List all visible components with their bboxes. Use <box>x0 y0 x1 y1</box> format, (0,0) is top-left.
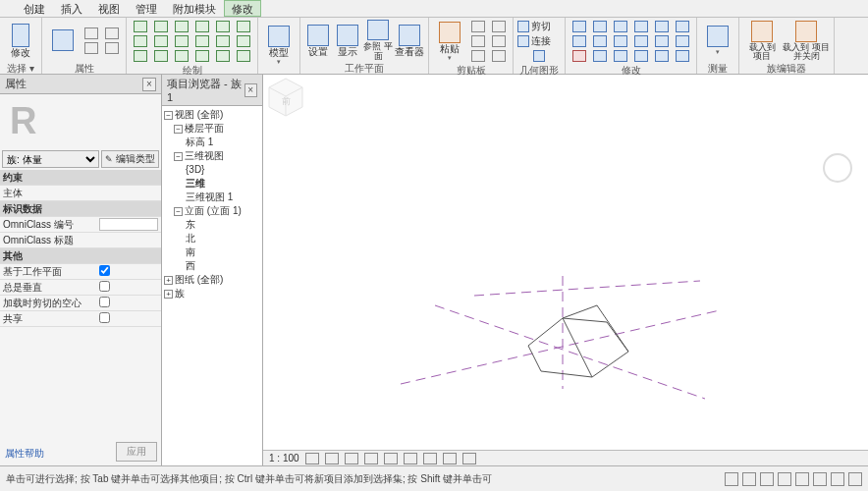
menu-manage[interactable]: 管理 <box>128 0 165 17</box>
modify-button[interactable]: 修改 <box>4 20 37 61</box>
tree-toggle[interactable]: − <box>174 152 183 161</box>
browser-close-button[interactable]: × <box>244 83 258 97</box>
cb-s6[interactable] <box>489 49 509 63</box>
cb-s1[interactable] <box>468 20 488 33</box>
prop-small-2[interactable] <box>102 27 122 40</box>
cut-geo-button[interactable]: 剪切 <box>517 20 561 33</box>
apply-button[interactable]: 应用 <box>116 442 157 462</box>
draw-c6[interactable] <box>234 49 253 63</box>
menu-modify[interactable]: 修改 <box>224 0 261 17</box>
prop-host[interactable]: 主体 <box>0 186 161 201</box>
draw-arc2[interactable] <box>234 20 253 33</box>
set-wp-button[interactable]: 设置 <box>304 20 332 61</box>
mod-e[interactable] <box>590 49 610 63</box>
edit-type-button[interactable]: ✎ 编辑类型 <box>101 150 159 168</box>
draw-c4[interactable] <box>192 49 212 63</box>
draw-a1[interactable] <box>131 34 150 48</box>
floorplans-node[interactable]: 楼层平面 <box>185 123 224 134</box>
show-wp-button[interactable]: 显示 <box>334 20 361 61</box>
mod-2[interactable] <box>590 20 610 33</box>
elev-north[interactable]: 北 <box>186 233 195 244</box>
mod-3[interactable] <box>611 20 630 33</box>
draw-a5[interactable] <box>213 34 233 48</box>
tree-toggle[interactable]: − <box>164 111 173 120</box>
cb-workplane[interactable] <box>99 265 110 276</box>
draw-a6[interactable] <box>234 34 253 48</box>
prop-shared[interactable]: 共享 <box>0 311 161 327</box>
paste-button[interactable]: 粘贴▾ <box>433 21 466 62</box>
select-underlay-icon[interactable] <box>778 472 791 486</box>
model-button[interactable]: 模型▾ <box>262 26 296 67</box>
draw-a2[interactable] <box>151 34 171 48</box>
draw-c3[interactable] <box>172 49 191 63</box>
cb-s2[interactable] <box>489 20 509 33</box>
omniclass-input[interactable] <box>99 218 158 231</box>
prop-cut-voids[interactable]: 加载时剪切的空心 <box>0 296 161 311</box>
menu-view[interactable]: 视图 <box>90 0 128 17</box>
elev-east[interactable]: 东 <box>186 219 195 230</box>
draw-line[interactable] <box>131 20 150 33</box>
3d-active-node[interactable]: 三维 <box>186 178 205 189</box>
prop-workplane-based[interactable]: 基于工作平面 <box>0 264 161 280</box>
measure-button[interactable]: ▾ <box>701 20 734 61</box>
nav-wheel[interactable] <box>823 153 852 183</box>
draw-a4[interactable] <box>192 34 212 48</box>
prop-always-vertical[interactable]: 总是垂直 <box>0 280 161 296</box>
detail-level-icon[interactable] <box>305 453 319 464</box>
mod-1[interactable] <box>570 20 589 33</box>
cb-s5[interactable] <box>468 49 488 63</box>
load-close-button[interactable]: 载入到 项目并关闭 <box>783 20 830 61</box>
cb-shared[interactable] <box>99 312 110 323</box>
drawing-canvas[interactable] <box>263 75 868 465</box>
mod-d[interactable] <box>570 49 589 63</box>
mod-c[interactable] <box>673 34 692 48</box>
mod-4[interactable] <box>631 20 651 33</box>
viewer-button[interactable]: 查看器 <box>395 20 424 61</box>
draw-poly[interactable] <box>172 20 191 33</box>
scale-label[interactable]: 1 : 100 <box>269 453 299 464</box>
level1-node[interactable]: 标高 1 <box>186 136 213 147</box>
menu-create[interactable]: 创建 <box>16 0 53 17</box>
3d-view1-node[interactable]: 三维视图 1 <box>186 191 233 202</box>
cb-vertical[interactable] <box>99 281 110 292</box>
select-pinned-icon[interactable] <box>795 472 809 486</box>
3d-default-node[interactable]: {3D} <box>186 164 204 175</box>
properties-button[interactable] <box>46 20 80 61</box>
family-type-select[interactable]: 族: 体量 <box>2 150 99 168</box>
elev-node[interactable]: 立面 (立面 1) <box>185 205 242 216</box>
menu-addins[interactable]: 附加模块 <box>165 0 224 17</box>
select-links-icon[interactable] <box>760 472 774 486</box>
drag-icon[interactable] <box>831 472 844 486</box>
views-node[interactable]: 视图 (全部) <box>175 109 223 120</box>
mod-9[interactable] <box>611 34 630 48</box>
mod-5[interactable] <box>652 20 672 33</box>
mod-a[interactable] <box>631 34 651 48</box>
mod-7[interactable] <box>570 34 589 48</box>
workset-icon[interactable] <box>725 472 738 486</box>
prop-omniclass-num[interactable]: OmniClass 编号 <box>0 217 161 233</box>
mod-g[interactable] <box>631 49 651 63</box>
properties-close-button[interactable]: × <box>142 78 156 91</box>
draw-c2[interactable] <box>151 49 171 63</box>
menu-insert[interactable]: 插入 <box>53 0 90 17</box>
crop-region-icon[interactable] <box>404 453 417 464</box>
properties-help-link[interactable]: 属性帮助 <box>2 444 47 464</box>
mod-h[interactable] <box>652 49 672 63</box>
tree-toggle[interactable]: + <box>164 276 173 285</box>
tree-toggle[interactable]: − <box>174 125 183 134</box>
3dviews-node[interactable]: 三维视图 <box>185 150 224 161</box>
prop-small-3[interactable] <box>81 41 101 55</box>
prop-small-1[interactable] <box>81 27 101 40</box>
crop-icon[interactable] <box>384 453 398 464</box>
draw-circ[interactable] <box>192 20 212 33</box>
lock-3d-icon[interactable] <box>423 453 437 464</box>
prop-omniclass-title[interactable]: OmniClass 标题 <box>0 233 161 248</box>
sun-path-icon[interactable] <box>345 453 358 464</box>
draw-c5[interactable] <box>213 49 233 63</box>
mod-i[interactable] <box>673 49 692 63</box>
geo-s3[interactable] <box>517 49 561 63</box>
tree-toggle[interactable]: − <box>174 207 183 216</box>
temp-hide-icon[interactable] <box>443 453 457 464</box>
join-geo-button[interactable]: 连接 <box>517 34 561 48</box>
sheets-node[interactable]: 图纸 (全部) <box>175 274 223 285</box>
